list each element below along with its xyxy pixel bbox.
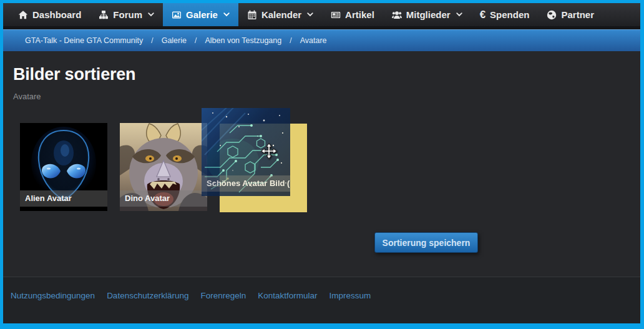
nav-label: Artikel — [345, 9, 374, 20]
nav-spenden[interactable]: € Spenden — [471, 3, 539, 26]
gallery-image-dino-avatar[interactable]: Dino Avatar — [120, 123, 207, 211]
chevron-down-icon — [148, 12, 154, 17]
nav-forum[interactable]: Forum — [90, 3, 163, 26]
move-cursor-icon — [261, 143, 277, 159]
chevron-down-icon — [456, 12, 462, 17]
breadcrumb-galerie[interactable]: Galerie — [162, 36, 187, 45]
footer: Nutzungsbedingungen Datenschutzerklärung… — [3, 277, 640, 323]
gallery-image-alien-avatar[interactable]: Alien Avatar — [20, 123, 107, 211]
breadcrumb-separator: / — [290, 36, 291, 45]
breadcrumb-community[interactable]: GTA-Talk - Deine GTA Community — [25, 36, 143, 45]
image-label: Alien Avatar — [20, 190, 107, 207]
image-label: Schönes Avatar Bild (1) — [202, 175, 290, 192]
nav-partner[interactable]: Partner — [538, 3, 603, 26]
home-icon — [18, 10, 28, 20]
screenshot-frame: Dashboard Forum Galerie — [0, 0, 644, 329]
calendar-icon — [247, 10, 257, 20]
page: Dashboard Forum Galerie — [3, 3, 640, 323]
globe-icon — [547, 10, 557, 20]
breadcrumb-alben[interactable]: Alben von Testzugang — [205, 36, 281, 45]
newspaper-icon — [331, 10, 341, 20]
sitemap-icon — [99, 10, 109, 20]
nav-label: Mitglieder — [406, 9, 451, 20]
breadcrumb-avatare[interactable]: Avatare — [300, 36, 327, 45]
footer-link-datenschutzerklaerung[interactable]: Datenschutzerklärung — [107, 291, 188, 323]
page-subtitle: Avatare — [13, 92, 41, 101]
top-navigation: Dashboard Forum Galerie — [3, 3, 640, 29]
footer-link-kontaktformular[interactable]: Kontaktformular — [258, 291, 317, 323]
image-label: Dino Avatar — [120, 190, 207, 207]
page-title: Bilder sortieren — [13, 65, 135, 84]
nav-label: Forum — [113, 9, 142, 20]
nav-dashboard[interactable]: Dashboard — [9, 3, 90, 26]
breadcrumb: GTA-Talk - Deine GTA Community / Galerie… — [3, 29, 640, 51]
save-sort-button[interactable]: Sortierung speichern — [374, 232, 478, 253]
nav-mitglieder[interactable]: Mitglieder — [383, 3, 471, 26]
nav-kalender[interactable]: Kalender — [238, 3, 322, 26]
nav-label: Kalender — [261, 9, 301, 20]
footer-link-nutzungsbedingungen[interactable]: Nutzungsbedingungen — [11, 291, 95, 323]
chevron-down-icon — [307, 12, 313, 17]
breadcrumb-separator: / — [151, 36, 153, 45]
footer-link-impressum[interactable]: Impressum — [329, 291, 371, 323]
breadcrumb-separator: / — [195, 36, 197, 45]
main-content: Bilder sortieren Avatare — [3, 51, 640, 277]
nav-label: Galerie — [186, 9, 218, 20]
nav-galerie-active[interactable]: Galerie — [163, 3, 238, 26]
nav-label: Spenden — [490, 9, 529, 20]
nav-label: Dashboard — [32, 9, 81, 20]
users-icon — [392, 10, 402, 20]
euro-icon: € — [480, 10, 485, 20]
nav-artikel[interactable]: Artikel — [322, 3, 383, 26]
image-icon — [172, 10, 182, 20]
footer-link-forenregeln[interactable]: Forenregeln — [200, 291, 246, 323]
nav-label: Partner — [561, 9, 594, 20]
chevron-down-icon — [223, 12, 230, 17]
